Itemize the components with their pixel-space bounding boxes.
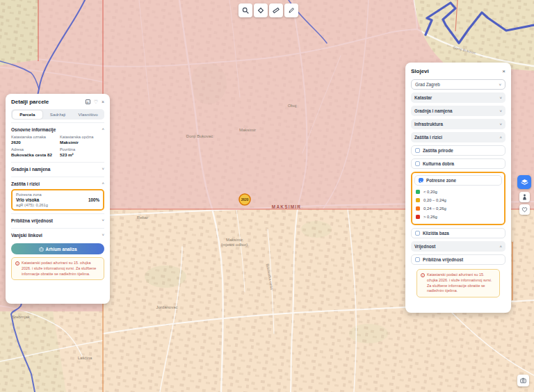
chevron-down-icon: ˅: [499, 83, 501, 87]
legend-item: 0,24 – 0,26g: [416, 204, 501, 213]
legend-item: < 0,20g: [416, 188, 501, 196]
draw-icon: [288, 7, 295, 14]
parcel-detail-panel: Detalji parcele + ♡ × Parcela Sadržaji V…: [6, 94, 110, 304]
section-priblizna-vrijednost[interactable]: Približna vrijednost ˅: [6, 215, 110, 225]
layers-panel-title: Slojevi: [411, 68, 502, 74]
katastarska-opcina-value: Maksimir: [60, 140, 104, 145]
info-icon: i: [421, 273, 425, 277]
data-disclaimer: i Katastarski podaci ažurirani su 15. ož…: [416, 269, 500, 297]
accordion-infrastruktura[interactable]: Infrastruktura ˅: [411, 119, 505, 129]
accordion-katastar[interactable]: Katastar ˅: [411, 92, 505, 103]
checkbox-unchecked[interactable]: [415, 231, 420, 236]
chevron-down-icon: ˅: [102, 218, 104, 222]
legend-swatch-orange: [416, 206, 420, 211]
draw-button[interactable]: [284, 3, 298, 17]
checkbox-checked[interactable]: [419, 178, 423, 183]
person-icon: [521, 194, 528, 200]
chevron-up-icon: ˄: [499, 136, 502, 140]
potresne-zone-highlight-group: Potresne zone < 0,20g 0,20 – 0,24g 0,24 …: [411, 172, 505, 225]
close-icon[interactable]: ×: [502, 69, 505, 74]
expand-icon[interactable]: +: [86, 99, 90, 104]
parcel-fields: Katastarska oznaka 2620 Katastarska opći…: [6, 134, 110, 159]
potresna-zona-highlight: Potresna zona Vrlo visoka 100% agR (475)…: [11, 189, 104, 211]
chevron-down-icon: ˅: [499, 122, 502, 126]
seismic-risk-level: Vrlo visoka: [16, 197, 88, 202]
measure-icon: [273, 7, 280, 14]
tab-sadrzaji[interactable]: Sadržaji: [42, 111, 73, 119]
layers-panel: Slojevi × Grad Zagreb ˅ Katastar ˅ Gradn…: [405, 63, 511, 313]
tab-parcela[interactable]: Parcela: [13, 111, 43, 119]
section-zastita-i-rizici[interactable]: Zaštita i rizici ˄: [6, 179, 110, 188]
camera-icon: [520, 377, 526, 384]
seismic-risk-percent: 100%: [88, 197, 99, 202]
info-icon: i: [15, 261, 19, 266]
locate-icon: [257, 7, 264, 14]
detail-panel-header: Detalji parcele + ♡ ×: [6, 94, 110, 107]
legend-swatch-red: [416, 215, 420, 219]
chevron-down-icon: ˅: [102, 167, 104, 171]
app-window: 2620 ObojMaksimirDonji BukovacRebarMAKSI…: [0, 0, 534, 392]
data-disclaimer: i Katastarski podaci ažurirani su 15. ož…: [11, 257, 104, 280]
checkbox-unchecked[interactable]: [415, 257, 420, 262]
chevron-down-icon: ˅: [499, 96, 502, 100]
accordion-vrijednost[interactable]: Vrijednost ˄: [411, 241, 505, 252]
legend-item: > 0,26g: [416, 213, 501, 221]
chevron-up-icon: ˄: [102, 127, 104, 131]
katastarska-oznaka-value: 2620: [11, 140, 56, 145]
chevron-up-icon: ˄: [102, 181, 104, 186]
street-view-button[interactable]: [519, 192, 530, 202]
tab-vlasnistvo[interactable]: Vlasništvo: [73, 111, 104, 119]
analysis-icon: [39, 247, 44, 252]
close-icon[interactable]: ×: [102, 99, 104, 104]
parcel-marker[interactable]: 2620: [239, 194, 250, 205]
section-gradnja-i-namjena[interactable]: Gradnja i namjena ˅: [6, 164, 110, 174]
detail-panel-title: Detalji parcele: [11, 99, 86, 105]
favorites-button[interactable]: [519, 204, 530, 215]
seismic-legend: < 0,20g 0,20 – 0,24g 0,24 – 0,26g > 0,26…: [414, 186, 502, 222]
region-select[interactable]: Grad Zagreb ˅: [411, 79, 505, 90]
search-icon: [242, 7, 249, 14]
svg-text:2620: 2620: [241, 198, 249, 202]
seismic-risk-detail: agR (475): 0,261g: [16, 203, 99, 207]
locate-button[interactable]: [254, 3, 268, 17]
search-button[interactable]: [238, 3, 252, 17]
screenshot-button[interactable]: [517, 375, 529, 386]
layer-priblizna-vrijednost[interactable]: Približna vrijednost: [411, 254, 505, 265]
legend-item: 0,20 – 0,24g: [416, 196, 501, 204]
detail-tabs: Parcela Sadržaji Vlasništvo: [11, 109, 104, 120]
measure-button[interactable]: [269, 3, 283, 17]
checkbox-unchecked[interactable]: [415, 148, 420, 153]
chevron-up-icon: ˄: [499, 245, 502, 249]
section-osnovne-informacije[interactable]: Osnovne informacije ˄: [6, 124, 110, 134]
layer-kulturna-dobra[interactable]: Kulturna dobra: [411, 158, 505, 169]
section-vanjski-linkovi[interactable]: Vanjski linkovi ˅: [6, 230, 110, 240]
layers-icon: [521, 179, 528, 186]
arhium-analiza-button[interactable]: Arhium analiza: [11, 243, 104, 254]
povrsina-value: 523 m²: [60, 152, 104, 157]
chevron-down-icon: ˅: [499, 109, 502, 113]
chevron-down-icon: ˅: [102, 233, 104, 237]
adresa-value: Bukovačka cesta 82: [11, 152, 56, 157]
legend-swatch-yellow: [416, 198, 420, 202]
layer-zastita-prirode[interactable]: Zaštita prirode: [411, 145, 505, 156]
accordion-zastita-i-rizici[interactable]: Zaštita i rizici ˄: [411, 132, 505, 142]
map-toolbar: [238, 3, 298, 17]
checkbox-unchecked[interactable]: [415, 161, 420, 166]
accordion-gradnja-i-namjena[interactable]: Gradnja i namjena ˅: [411, 106, 505, 116]
layer-potresne-zone[interactable]: Potresne zone: [414, 175, 502, 186]
layer-klizista-baza[interactable]: Klizišta baza: [411, 228, 505, 238]
heart-icon: [521, 206, 528, 213]
legend-swatch-green: [416, 190, 420, 194]
layers-toggle-button[interactable]: [517, 175, 531, 189]
favorite-heart-icon[interactable]: ♡: [94, 99, 98, 104]
